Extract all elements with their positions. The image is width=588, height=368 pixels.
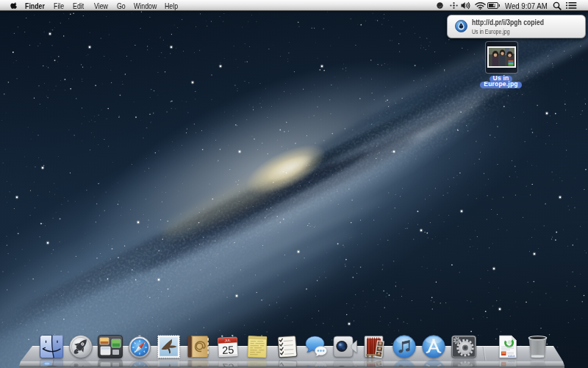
svg-text:mixbook: mixbook bbox=[508, 355, 515, 358]
svg-text:25: 25 bbox=[222, 344, 234, 356]
svg-text:JUL: JUL bbox=[224, 339, 231, 342]
